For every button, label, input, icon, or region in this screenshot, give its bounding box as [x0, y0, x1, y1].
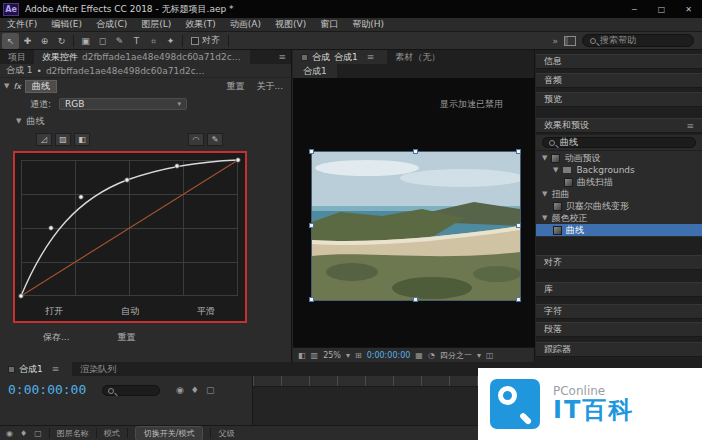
- pencil-tool-icon[interactable]: ✎: [207, 133, 223, 146]
- menu-item-effect[interactable]: 效果(T): [178, 18, 223, 31]
- effect-name[interactable]: 曲线: [25, 80, 57, 93]
- zoom-level[interactable]: 25%: [323, 351, 341, 360]
- open-button[interactable]: 打开: [45, 305, 63, 318]
- panel-effects-presets[interactable]: 效果和预设 ≡: [536, 118, 702, 133]
- channel-dropdown[interactable]: RGB ▾: [59, 98, 187, 110]
- menu-item-help[interactable]: 帮助(H): [345, 18, 391, 31]
- expander-icon[interactable]: ▼: [542, 190, 547, 198]
- tab-footage[interactable]: 素材（无）: [387, 50, 448, 64]
- tree-group-distort[interactable]: ▼ 扭曲: [536, 188, 702, 200]
- curve-editor-highlighted[interactable]: 打开 自动 平滑: [13, 151, 247, 323]
- tree-item-curves[interactable]: 曲线: [536, 224, 702, 236]
- auto-button[interactable]: 自动: [121, 305, 139, 318]
- selection-handle[interactable]: [516, 297, 521, 302]
- selection-handle[interactable]: [516, 223, 521, 228]
- expander-icon[interactable]: ▼: [16, 117, 21, 125]
- text-tool-icon[interactable]: T: [128, 33, 145, 49]
- save-button[interactable]: 保存...: [43, 331, 70, 344]
- lock-toggle-icon[interactable]: ▢: [34, 429, 42, 438]
- composition-viewer[interactable]: 显示加速已禁用: [293, 78, 535, 347]
- panel-menu-icon[interactable]: ≡: [273, 50, 291, 64]
- panel-character[interactable]: 字符: [536, 304, 702, 319]
- selection-handle[interactable]: [309, 223, 314, 228]
- menu-item-view[interactable]: 视图(V): [268, 18, 313, 31]
- panel-libraries[interactable]: 库: [536, 282, 702, 297]
- effect-reset-link[interactable]: 重置: [226, 80, 244, 93]
- selection-tool-icon[interactable]: ↖: [2, 33, 19, 49]
- minimize-button[interactable]: ─: [621, 0, 648, 18]
- align-checkbox[interactable]: [191, 37, 199, 45]
- snapshot-icon[interactable]: ◧: [298, 351, 306, 360]
- panel-tracker[interactable]: 跟踪器: [536, 342, 702, 357]
- menu-item-file[interactable]: 文件(F): [0, 18, 44, 31]
- close-button[interactable]: ✕: [675, 0, 702, 18]
- menu-item-layer[interactable]: 图层(L): [134, 18, 178, 31]
- selection-handle[interactable]: [309, 297, 314, 302]
- curve-grid-tool-icon[interactable]: ▨: [55, 133, 71, 146]
- audio-toggle-icon[interactable]: ♦: [20, 429, 27, 438]
- effect-about-link[interactable]: 关于...: [256, 80, 283, 93]
- expander-icon[interactable]: ▼: [542, 154, 547, 162]
- expander-icon[interactable]: ▼: [553, 166, 558, 174]
- toggle-switches-modes-button[interactable]: 切换开关/模式: [135, 426, 204, 440]
- bezier-tool-icon[interactable]: ◠: [188, 133, 204, 146]
- grid-icon[interactable]: ⊞: [355, 351, 362, 360]
- tab-render-queue[interactable]: 渲染队列: [72, 362, 124, 376]
- panel-preview[interactable]: 预览: [536, 92, 702, 107]
- shape-tool-icon[interactable]: ◻: [94, 33, 111, 49]
- menu-item-animation[interactable]: 动画(A): [223, 18, 268, 31]
- menu-item-window[interactable]: 窗口: [313, 18, 345, 31]
- viewer-subtab-comp1[interactable]: 合成1: [293, 64, 337, 78]
- zoom-tool-icon[interactable]: ⊕: [36, 33, 53, 49]
- pen-tool-icon[interactable]: ✎: [111, 33, 128, 49]
- reset-button[interactable]: 重置: [118, 331, 136, 344]
- channels-icon[interactable]: ▥: [311, 351, 319, 360]
- curve-swatch-tool-icon[interactable]: ◧: [74, 133, 90, 146]
- smooth-button[interactable]: 平滑: [197, 305, 215, 318]
- selection-handle[interactable]: [309, 149, 314, 154]
- workspace-icon[interactable]: [564, 36, 576, 46]
- column-parent[interactable]: 父级: [218, 428, 234, 439]
- panel-paragraph[interactable]: 段落: [536, 322, 702, 337]
- camera-view-icon[interactable]: ◫: [486, 351, 494, 360]
- overflow-chevrons-icon[interactable]: »: [552, 36, 558, 46]
- selection-handle[interactable]: [413, 149, 418, 154]
- selection-handle[interactable]: [516, 149, 521, 154]
- tree-item-animation-presets[interactable]: ▼ 动画预设: [536, 152, 702, 164]
- panel-menu-icon[interactable]: ≡: [362, 52, 380, 62]
- brush-tool-icon[interactable]: ⌗: [145, 33, 162, 49]
- align-option[interactable]: 对齐: [191, 34, 220, 47]
- menu-item-composition[interactable]: 合成(C): [89, 18, 134, 31]
- tab-composition[interactable]: 合成 合成1 ≡: [293, 50, 387, 64]
- exposure-icon[interactable]: ◔: [428, 351, 435, 360]
- tree-item-curves-sweep[interactable]: 曲线扫描: [536, 176, 702, 188]
- panel-menu-icon[interactable]: ≡: [47, 364, 65, 374]
- tree-item-bezier-warp[interactable]: 贝塞尔曲线变形: [536, 200, 702, 212]
- maximize-button[interactable]: □: [648, 0, 675, 18]
- tab-project[interactable]: 项目: [0, 50, 34, 64]
- tree-group-backgrounds[interactable]: ▼ Backgrounds: [536, 164, 702, 176]
- timeline-search-field[interactable]: [102, 385, 160, 396]
- panel-align[interactable]: 对齐: [536, 255, 702, 270]
- menu-item-edit[interactable]: 编辑(E): [44, 18, 89, 31]
- effects-search-field[interactable]: 曲线: [542, 137, 696, 148]
- hand-tool-icon[interactable]: ✚: [19, 33, 36, 49]
- expander-icon[interactable]: ▼: [542, 214, 547, 222]
- frame-blend-icon[interactable]: ▢: [206, 385, 215, 395]
- composition-mini-flowchart-icon[interactable]: ◉: [176, 385, 184, 395]
- orbit-tool-icon[interactable]: ↻: [53, 33, 70, 49]
- region-icon[interactable]: ▦: [415, 351, 423, 360]
- panel-info[interactable]: 信息: [536, 54, 702, 69]
- resolution-select[interactable]: 四分之一: [440, 350, 472, 361]
- camera-tool-icon[interactable]: ▣: [77, 33, 94, 49]
- video-toggle-icon[interactable]: ◉: [6, 429, 13, 438]
- viewer-timecode[interactable]: 0:00:00:00: [367, 351, 411, 360]
- panel-menu-icon[interactable]: ≡: [686, 121, 694, 131]
- selection-handle[interactable]: [413, 297, 418, 302]
- tab-effect-controls[interactable]: 效果控件 d2fbffade1ae48e498dc60a71d2c1e36.jp…: [34, 50, 250, 64]
- column-layer-name[interactable]: 图层名称: [57, 428, 89, 439]
- column-mode[interactable]: 模式: [104, 428, 120, 439]
- composition-image[interactable]: [312, 152, 520, 300]
- expander-icon[interactable]: ▼: [4, 82, 9, 90]
- tree-group-color-correction[interactable]: ▼ 颜色校正: [536, 212, 702, 224]
